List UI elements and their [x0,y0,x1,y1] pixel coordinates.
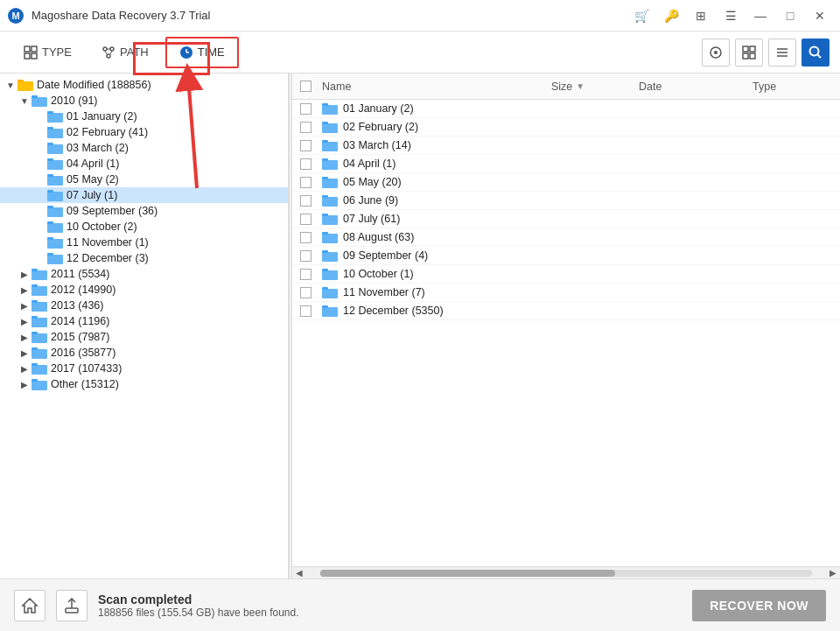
tree-2010[interactable]: ▼ 2010 (91) [0,93,288,109]
file-row[interactable]: 05 May (20) [292,173,840,192]
file-row[interactable]: 09 September (4) [292,247,840,265]
file-row[interactable]: 07 July (61) [292,210,840,228]
list-icon [775,46,789,60]
svg-rect-47 [47,237,53,240]
svg-rect-44 [47,223,63,233]
tree-root[interactable]: ▼ Date Modified (188856) [0,77,288,93]
header-date[interactable]: Date [639,81,752,93]
upload-button[interactable] [56,590,88,621]
row-checkbox[interactable] [300,250,312,262]
tree-2014[interactable]: ▶ 2014 (1196) [0,313,288,329]
row-checkbox[interactable] [300,195,312,207]
row-checkbox[interactable] [300,140,312,151]
tab-path[interactable]: PATH [88,37,162,68]
file-row[interactable]: 06 June (9) [292,192,840,210]
minimize-button[interactable]: — [747,4,774,27]
menu-view-btn[interactable] [768,39,796,67]
tree-feb[interactable]: 02 February (41) [0,124,288,140]
tree-oct[interactable]: 10 October (2) [0,219,288,235]
tree-2016[interactable]: ▶ 2016 (35877) [0,345,288,361]
svg-rect-19 [743,53,748,59]
tree-mar[interactable]: 03 March (2) [0,140,288,156]
cart-button[interactable]: 🛒 [628,4,654,27]
file-row[interactable]: 10 October (1) [292,265,840,284]
scroll-track[interactable] [320,570,812,577]
row-name: 01 January (2) [318,102,551,115]
row-checkbox[interactable] [300,269,312,280]
expand-oct-icon [33,220,47,234]
tree-2012[interactable]: ▶ 2012 (14990) [0,282,288,298]
tree-2015[interactable]: ▶ 2015 (7987) [0,329,288,345]
tab-time[interactable]: TIME [165,37,239,68]
recover-button[interactable]: RECOVER NOW [692,590,826,621]
row-checkbox[interactable] [300,305,312,317]
tree-jul[interactable]: 07 July (1) [0,187,288,203]
row-checkbox[interactable] [300,158,312,170]
menu-button[interactable]: ☰ [718,4,744,27]
maximize-button[interactable]: □ [777,4,803,27]
tree-2012-label: 2012 (14990) [51,284,288,296]
home-button[interactable] [14,590,46,621]
folder-apr-icon [47,158,63,170]
file-row[interactable]: 04 April (1) [292,155,840,173]
grid-view-btn[interactable] [735,39,763,67]
close-button[interactable]: ✕ [807,4,833,27]
tree-sep-label: 09 September (36) [66,205,288,217]
svg-point-16 [714,51,718,54]
svg-point-6 [103,47,107,51]
svg-rect-73 [322,158,328,161]
row-checkbox[interactable] [300,214,312,225]
tree-jan[interactable]: 01 January (2) [0,109,288,124]
file-row[interactable]: 02 February (2) [292,118,840,137]
scroll-thumb[interactable] [320,570,615,577]
folder-2010-icon [32,95,47,107]
scroll-left-btn[interactable]: ◀ [292,567,306,579]
file-row[interactable]: 03 March (14) [292,137,840,155]
tree-may[interactable]: 05 May (2) [0,172,288,187]
tree-2013[interactable]: ▶ 2013 (436) [0,298,288,313]
tree-sep[interactable]: 09 September (36) [0,203,288,219]
file-row[interactable]: 01 January (2) [292,100,840,118]
header-checkbox[interactable] [292,81,318,92]
settings-icon-btn[interactable] [702,39,730,67]
header-name[interactable]: Name [318,81,551,93]
expand-root-icon: ▼ [4,78,18,92]
svg-line-11 [110,51,112,54]
row-name: 07 July (61) [318,213,551,225]
key-button[interactable]: 🔑 [658,4,684,27]
row-checkbox[interactable] [300,232,312,243]
row-name-text: 06 June (9) [343,194,398,207]
svg-rect-83 [322,250,328,253]
header-size[interactable]: Size ▼ [551,81,639,93]
scroll-right-btn[interactable]: ▶ [826,567,840,579]
folder-row-icon [322,286,338,298]
svg-rect-61 [32,347,38,350]
select-all-checkbox[interactable] [300,81,312,92]
tree-2017[interactable]: ▶ 2017 (107433) [0,361,288,376]
grid-icon [742,46,756,60]
svg-rect-17 [743,46,748,52]
file-row[interactable]: 12 December (5350) [292,302,840,320]
tree-other[interactable]: ▶ Other (15312) [0,376,288,392]
horizontal-scrollbar[interactable]: ◀ ▶ [292,566,840,578]
file-row[interactable]: 08 August (63) [292,228,840,247]
tree-dec[interactable]: 12 December (3) [0,250,288,266]
title-bar: M Magoshare Data Recovery 3.7 Trial 🛒 🔑 … [0,0,840,32]
tree-nov[interactable]: 11 November (1) [0,235,288,250]
header-type[interactable]: Type [752,81,840,93]
tree-2010-label: 2010 (91) [51,95,288,107]
tab-type[interactable]: TYPE [10,37,85,68]
row-checkbox[interactable] [300,103,312,115]
file-row[interactable]: 11 November (7) [292,284,840,302]
search-btn[interactable] [802,39,830,67]
row-checkbox[interactable] [300,177,312,188]
expand-sep-icon [33,204,47,218]
row-checkbox[interactable] [300,122,312,133]
tree-apr[interactable]: 04 April (1) [0,156,288,172]
svg-rect-62 [32,365,47,375]
tree-2011[interactable]: ▶ 2011 (5534) [0,266,288,282]
folder-2012-icon [32,284,47,296]
row-name: 02 February (2) [318,121,551,133]
row-checkbox[interactable] [300,287,312,298]
layout-button[interactable]: ⊞ [688,4,714,27]
